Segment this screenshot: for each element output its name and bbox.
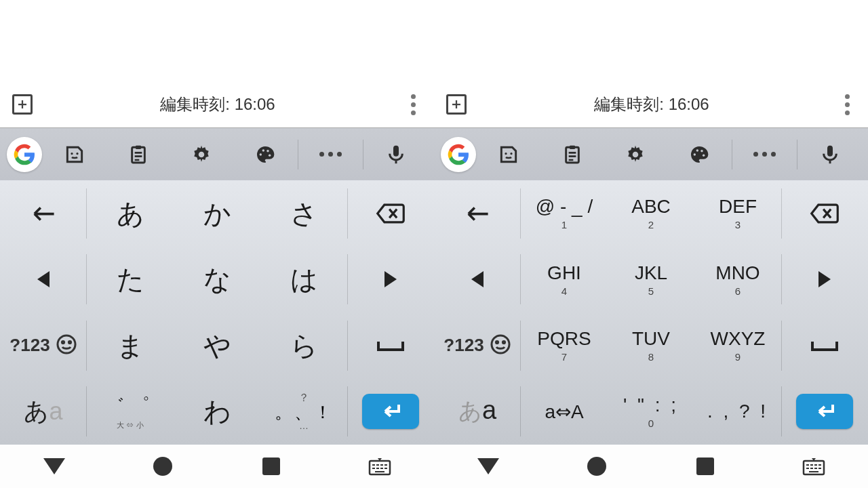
settings-icon[interactable] (604, 128, 667, 180)
space-key[interactable] (781, 312, 868, 379)
svg-point-1 (76, 152, 78, 155)
overflow-menu-icon[interactable] (403, 94, 423, 115)
kana-ka-key[interactable]: か (174, 180, 260, 247)
svg-point-28 (502, 341, 505, 343)
enter-key[interactable] (347, 379, 434, 445)
nav-back[interactable] (20, 458, 88, 474)
add-button[interactable] (12, 94, 33, 115)
svg-rect-25 (827, 145, 833, 156)
mic-icon[interactable] (365, 128, 427, 180)
more-icon[interactable] (734, 128, 796, 180)
enter-key[interactable] (781, 379, 868, 445)
svg-point-9 (269, 154, 271, 156)
nav-back[interactable] (454, 458, 522, 474)
kana-ya-key[interactable]: や (174, 312, 260, 379)
svg-point-8 (267, 149, 269, 151)
undo-key[interactable] (434, 180, 521, 247)
svg-point-21 (693, 153, 695, 155)
kana-ha-key[interactable]: は (260, 247, 347, 313)
key-0[interactable]: ' " : ;0 (608, 379, 694, 445)
key-2[interactable]: ABC2 (608, 180, 694, 247)
google-icon[interactable] (441, 137, 476, 172)
svg-point-11 (58, 336, 75, 353)
key-7[interactable]: PQRS7 (521, 312, 608, 379)
mode-switch-key[interactable]: あa (434, 379, 521, 445)
key-5[interactable]: JKL5 (608, 247, 694, 313)
cursor-left-key[interactable] (434, 247, 521, 313)
nav-ime-switch[interactable] (780, 457, 848, 476)
clipboard-icon[interactable] (541, 128, 604, 180)
app-toolbar: 編集時刻: 16:06 (434, 81, 868, 127)
keyboard-suggestion-strip (434, 127, 868, 180)
android-navbar (0, 445, 434, 488)
key-3[interactable]: DEF3 (694, 180, 781, 247)
page-title: 編集時刻: 16:06 (33, 94, 403, 115)
backspace-key[interactable] (781, 180, 868, 247)
sticker-icon[interactable] (477, 128, 540, 180)
undo-key[interactable] (0, 180, 87, 247)
mic-icon[interactable] (799, 128, 861, 180)
svg-point-13 (68, 341, 71, 343)
key-6[interactable]: MNO6 (694, 247, 781, 313)
key-8[interactable]: TUV8 (608, 312, 694, 379)
kana-ma-key[interactable]: ま (87, 312, 174, 379)
svg-point-27 (496, 341, 498, 343)
clipboard-icon[interactable] (107, 128, 170, 180)
key-4[interactable]: GHI4 (521, 247, 608, 313)
nav-ime-switch[interactable] (346, 457, 414, 476)
svg-point-26 (492, 336, 509, 353)
nav-recents[interactable] (671, 458, 739, 475)
svg-point-20 (633, 151, 639, 157)
keyboard-abc: @ - _ /1 ABC2 DEF3 GHI4 JKL5 MNO6 ?123 P… (434, 180, 868, 445)
svg-point-24 (703, 154, 705, 156)
pane-japanese: 編集時刻: 16:06 あ か さ (0, 0, 434, 488)
svg-point-22 (696, 149, 698, 151)
kana-ta-key[interactable]: た (87, 247, 174, 313)
punctuation-key[interactable]: ？ 。、！ … (260, 379, 347, 445)
svg-point-0 (71, 152, 73, 155)
svg-point-6 (259, 153, 261, 155)
kana-na-key[interactable]: な (174, 247, 260, 313)
nav-home[interactable] (563, 457, 631, 476)
symbols-key[interactable]: ?123 (0, 312, 87, 379)
sticker-icon[interactable] (43, 128, 106, 180)
svg-point-23 (701, 149, 703, 151)
kana-ra-key[interactable]: ら (260, 312, 347, 379)
add-button[interactable] (446, 94, 467, 115)
punct-key[interactable]: . , ? ! (694, 379, 781, 445)
svg-rect-3 (136, 145, 141, 148)
more-icon[interactable] (300, 128, 362, 180)
android-navbar (434, 445, 868, 488)
svg-point-12 (62, 341, 64, 343)
keyboard-kana: あ か さ た な は ?123 ま や ら (0, 180, 434, 445)
svg-rect-18 (570, 145, 575, 148)
theme-icon[interactable] (668, 128, 730, 180)
nav-home[interactable] (129, 457, 197, 476)
app-content-area (434, 0, 868, 81)
kana-sa-key[interactable]: さ (260, 180, 347, 247)
page-title: 編集時刻: 16:06 (467, 94, 837, 115)
cursor-right-key[interactable] (347, 247, 434, 313)
svg-point-16 (510, 152, 512, 155)
kana-a-key[interactable]: あ (87, 180, 174, 247)
svg-rect-10 (393, 145, 399, 156)
google-icon[interactable] (7, 137, 42, 172)
mode-switch-key[interactable]: あa (0, 379, 87, 445)
theme-icon[interactable] (234, 128, 296, 180)
pane-abc: 編集時刻: 16:06 @ - _ /1 ABC2 DEF3 (434, 0, 868, 488)
space-key[interactable] (347, 312, 434, 379)
kana-wa-key[interactable]: わ (174, 379, 260, 445)
key-9[interactable]: WXYZ9 (694, 312, 781, 379)
overflow-menu-icon[interactable] (837, 94, 857, 115)
settings-icon[interactable] (170, 128, 233, 180)
symbols-key[interactable]: ?123 (434, 312, 521, 379)
nav-recents[interactable] (237, 458, 305, 475)
key-1[interactable]: @ - _ /1 (521, 180, 608, 247)
cursor-right-key[interactable] (781, 247, 868, 313)
cursor-left-key[interactable] (0, 247, 87, 313)
app-toolbar: 編集時刻: 16:06 (0, 81, 434, 127)
dakuten-key[interactable]: ゛゜ 大 ⇔ 小 (87, 379, 174, 445)
backspace-key[interactable] (347, 180, 434, 247)
case-toggle-key[interactable]: a⇔A (521, 379, 608, 445)
app-content-area (0, 0, 434, 81)
